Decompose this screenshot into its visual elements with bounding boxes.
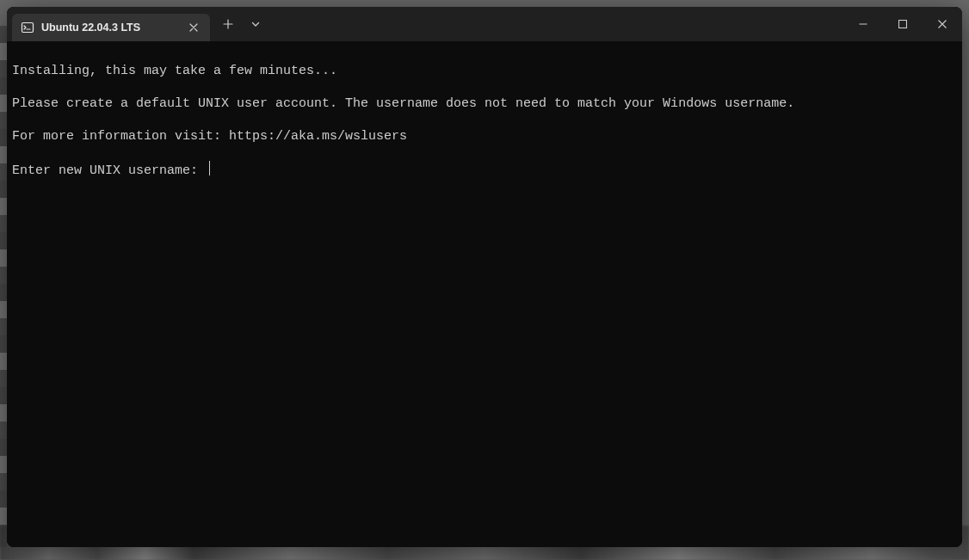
terminal-line: Please create a default UNIX user accoun… xyxy=(12,95,957,112)
close-icon xyxy=(938,20,947,28)
maximize-button[interactable] xyxy=(883,7,923,41)
svg-rect-3 xyxy=(899,21,907,28)
window-close-button[interactable] xyxy=(923,7,962,41)
new-tab-button[interactable] xyxy=(215,11,241,37)
tab-ubuntu[interactable]: Ubuntu 22.04.3 LTS xyxy=(12,14,210,41)
terminal-window: Ubuntu 22.04.3 LTS xyxy=(7,7,962,547)
close-icon xyxy=(189,23,198,32)
chevron-down-icon xyxy=(251,20,260,28)
desktop-background-left xyxy=(0,26,7,547)
terminal-prompt: Enter new UNIX username: xyxy=(12,163,206,178)
svg-rect-0 xyxy=(22,23,34,33)
window-controls xyxy=(843,7,962,41)
title-bar[interactable]: Ubuntu 22.04.3 LTS xyxy=(7,7,962,41)
title-bar-drag-region[interactable] xyxy=(268,7,843,41)
minimize-button[interactable] xyxy=(843,7,883,41)
tab-title: Ubuntu 22.04.3 LTS xyxy=(41,22,179,34)
terminal-icon xyxy=(21,21,34,34)
terminal-line: For more information visit: https://aka.… xyxy=(12,128,957,145)
tab-close-button[interactable] xyxy=(186,20,201,35)
tab-dropdown-button[interactable] xyxy=(243,11,268,37)
terminal-output[interactable]: Installing, this may take a few minutes.… xyxy=(7,41,962,547)
minimize-icon xyxy=(859,20,867,28)
tab-strip: Ubuntu 22.04.3 LTS xyxy=(7,7,210,41)
plus-icon xyxy=(223,19,233,29)
terminal-cursor xyxy=(209,161,210,175)
terminal-line: Installing, this may take a few minutes.… xyxy=(12,63,957,79)
maximize-icon xyxy=(898,20,907,28)
new-tab-controls xyxy=(210,7,268,41)
